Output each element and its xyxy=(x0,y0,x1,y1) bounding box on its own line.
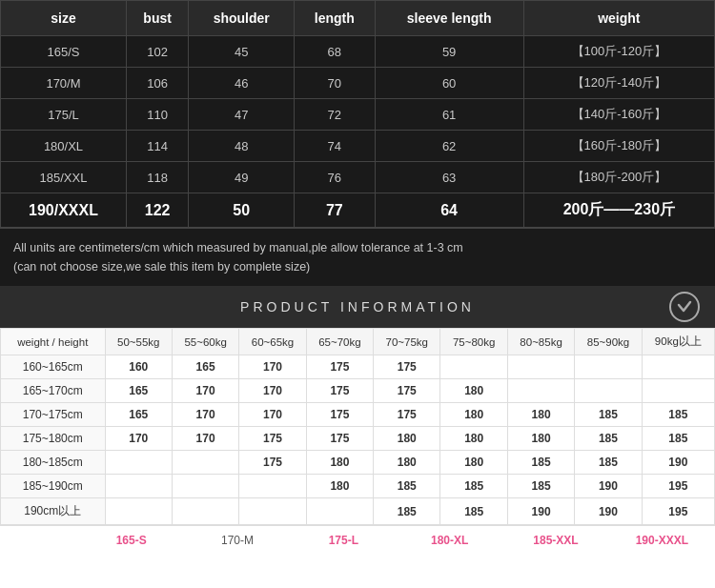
rec-table-header: 50~55kg xyxy=(105,329,172,355)
size-table-cell: 74 xyxy=(295,131,375,162)
size-table-cell: 49 xyxy=(189,162,295,193)
rec-table-cell: 180 xyxy=(440,451,507,475)
rec-table-cell: 175 xyxy=(306,403,373,427)
size-label-item: 165-S xyxy=(78,532,184,549)
rec-table-cell: 180 xyxy=(306,475,373,498)
size-table-cell: 77 xyxy=(295,193,375,228)
rec-table-cell: 160 xyxy=(105,355,172,379)
rec-table-cell xyxy=(575,379,642,403)
size-table-cell: 114 xyxy=(126,131,188,162)
size-table-row: 190/XXXL122507764200斤——230斤 xyxy=(1,193,715,228)
top-size-section: sizebustshoulderlengthsleeve lengthweigh… xyxy=(0,0,715,286)
rec-table-cell xyxy=(642,379,714,403)
rec-table: weight / height50~55kg55~60kg60~65kg65~7… xyxy=(0,328,715,525)
rec-table-cell: 180 xyxy=(374,427,440,451)
rec-table-cell: 180 xyxy=(374,451,440,475)
rec-table-cell: 170 xyxy=(239,355,306,379)
size-table-cell: 62 xyxy=(375,131,523,162)
size-table-header: weight xyxy=(523,1,714,36)
note-section: All units are centimeters/cm which measu… xyxy=(0,228,715,286)
rec-table-row: 185~190cm180185185185190195 xyxy=(1,475,715,498)
rec-table-cell: 170 xyxy=(239,379,306,403)
size-table-cell: 180/XL xyxy=(1,131,127,162)
rec-table-header: 65~70kg xyxy=(306,329,373,355)
size-table-cell: 64 xyxy=(375,193,523,228)
rec-table-header: 80~85kg xyxy=(507,329,574,355)
size-table-cell: 【140斤-160斤】 xyxy=(523,99,714,131)
rec-table-cell: 170 xyxy=(239,403,306,427)
size-table-row: 185/XXL118497663【180斤-200斤】 xyxy=(1,162,715,193)
rec-table-cell: 180 xyxy=(507,403,574,427)
rec-table-cell: 175 xyxy=(374,355,440,379)
size-table-cell: 48 xyxy=(189,131,295,162)
size-table-header: shoulder xyxy=(189,1,295,36)
rec-table-cell xyxy=(440,355,507,379)
size-table-cell: 60 xyxy=(375,68,523,99)
checkmark-icon xyxy=(676,298,693,315)
rec-table-cell: 185 xyxy=(642,427,714,451)
rec-table-cell: 185 xyxy=(374,498,440,525)
rec-table-cell xyxy=(172,498,238,525)
size-label-item: 170-M xyxy=(184,532,290,549)
product-info-icon xyxy=(669,292,700,322)
size-table-cell: 72 xyxy=(295,99,375,131)
size-table-cell: 165/S xyxy=(1,36,127,68)
rec-table-cell: 175 xyxy=(374,403,440,427)
rec-table-cell: 170 xyxy=(105,427,172,451)
rec-table-cell: 180 xyxy=(306,451,373,475)
rec-table-cell: 165 xyxy=(105,403,172,427)
rec-table-cell xyxy=(507,355,574,379)
rec-table-cell xyxy=(105,498,172,525)
size-table-cell: 59 xyxy=(375,36,523,68)
rec-table-cell: 175 xyxy=(239,427,306,451)
size-table-header: size xyxy=(1,1,127,36)
rec-table-cell: 170~175cm xyxy=(1,403,106,427)
rec-table-cell xyxy=(306,498,373,525)
size-table-row: 165/S102456859【100斤-120斤】 xyxy=(1,36,715,68)
rec-table-cell: 185 xyxy=(440,475,507,498)
size-label-item: 180-XL xyxy=(397,532,502,549)
rec-table-cell: 180 xyxy=(440,427,507,451)
rec-table-cell: 170 xyxy=(172,427,238,451)
rec-table-cell: 175 xyxy=(306,379,373,403)
rec-table-cell xyxy=(239,475,306,498)
size-table-cell: 70 xyxy=(295,68,375,99)
rec-table-cell: 190 xyxy=(642,451,714,475)
size-table-cell: 110 xyxy=(126,99,188,131)
size-table: sizebustshoulderlengthsleeve lengthweigh… xyxy=(0,0,715,228)
size-table-cell: 46 xyxy=(189,68,295,99)
size-table-cell: 【100斤-120斤】 xyxy=(523,36,714,68)
rec-table-cell: 175 xyxy=(239,451,306,475)
rec-table-header: 85~90kg xyxy=(575,329,642,355)
size-table-header: length xyxy=(295,1,375,36)
rec-table-cell: 160~165cm xyxy=(1,355,106,379)
rec-table-cell: 185 xyxy=(507,451,574,475)
size-label-item: 190-XXXL xyxy=(609,532,715,549)
size-table-cell: 200斤——230斤 xyxy=(523,193,714,228)
rec-table-cell xyxy=(105,475,172,498)
rec-table-cell: 185 xyxy=(374,475,440,498)
rec-table-cell: 165 xyxy=(172,355,238,379)
size-label-item: 175-L xyxy=(291,532,397,549)
rec-table-cell: 190 xyxy=(507,498,574,525)
size-table-cell: 122 xyxy=(126,193,188,228)
rec-table-cell xyxy=(642,355,714,379)
rec-table-cell xyxy=(172,475,238,498)
rec-table-cell: 185~190cm xyxy=(1,475,106,498)
rec-table-row: 160~165cm160165170175175 xyxy=(1,355,715,379)
bottom-rec-section: weight / height50~55kg55~60kg60~65kg65~7… xyxy=(0,328,715,557)
size-table-row: 180/XL114487462【160斤-180斤】 xyxy=(1,131,715,162)
rec-table-cell xyxy=(105,451,172,475)
rec-table-cell: 180 xyxy=(440,379,507,403)
rec-table-cell xyxy=(172,451,238,475)
size-table-cell: 45 xyxy=(189,36,295,68)
size-table-cell: 47 xyxy=(189,99,295,131)
rec-table-row: 175~180cm170170175175180180180185185 xyxy=(1,427,715,451)
size-table-cell: 106 xyxy=(126,68,188,99)
size-table-header: bust xyxy=(126,1,188,36)
size-table-cell: 63 xyxy=(375,162,523,193)
size-table-cell: 102 xyxy=(126,36,188,68)
rec-table-cell: 185 xyxy=(440,498,507,525)
size-table-cell: 61 xyxy=(375,99,523,131)
size-table-cell: 【160斤-180斤】 xyxy=(523,131,714,162)
